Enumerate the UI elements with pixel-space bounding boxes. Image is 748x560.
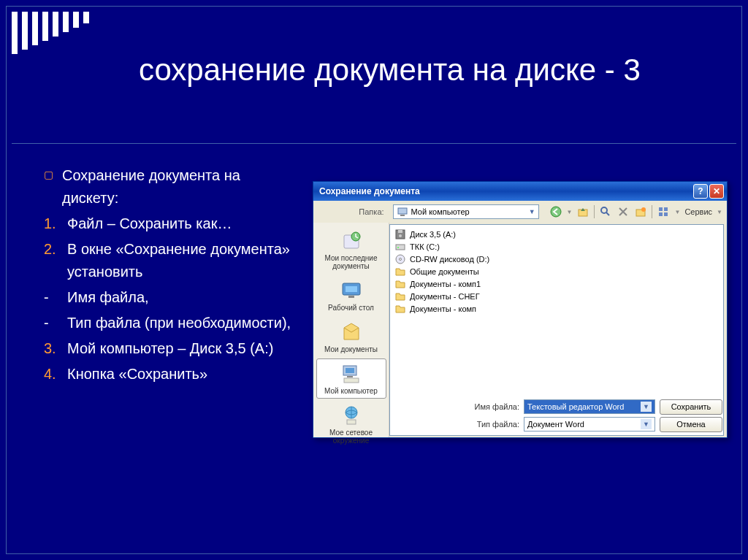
list-item[interactable]: CD-RW дисковод (D:)	[393, 253, 720, 265]
folder-icon	[394, 291, 406, 302]
computer-icon	[397, 206, 408, 218]
svg-rect-20	[344, 378, 359, 383]
step-num: 2.	[44, 238, 58, 283]
step-text: Мой компьютер – Диск 3,5 (A:)	[67, 337, 273, 360]
svg-point-7	[641, 207, 646, 212]
file-label: Документы - комп	[410, 304, 476, 313]
bullet-icon: ▢	[44, 167, 53, 210]
svg-rect-10	[659, 212, 663, 216]
network-icon	[340, 404, 363, 427]
list-item[interactable]: Документы - комп	[393, 302, 720, 315]
slide-content: ▢ Сохранение документа на дискету: 1.Фай…	[44, 164, 299, 388]
tools-menu[interactable]: Сервис	[684, 207, 712, 216]
floppy-icon	[394, 229, 406, 240]
help-button[interactable]: ?	[693, 184, 708, 199]
file-label: Диск 3,5 (A:)	[410, 230, 456, 239]
svg-rect-15	[346, 286, 357, 292]
dialog-title: Сохранение документа	[319, 186, 692, 196]
newfolder-button[interactable]	[634, 205, 647, 218]
views-dropdown-icon[interactable]: ▼	[674, 209, 680, 215]
svg-point-25	[399, 234, 402, 237]
separator	[652, 205, 652, 218]
step-num: 4.	[44, 363, 58, 386]
chevron-down-icon[interactable]: ▼	[641, 402, 652, 412]
list-item[interactable]: Документы - СНЕГ	[393, 290, 720, 302]
step-text: Файл – Сохранить как…	[67, 212, 232, 235]
close-button[interactable]: ✕	[709, 184, 724, 199]
step-dash: -	[44, 312, 58, 334]
svg-rect-9	[664, 207, 668, 211]
svg-point-27	[397, 247, 399, 248]
search-button[interactable]	[599, 205, 612, 218]
filetype-combo[interactable]: Документ Word ▼	[524, 417, 655, 431]
chevron-down-icon: ▼	[529, 208, 535, 215]
step-text: В окне «Сохранение документа» установить	[67, 238, 299, 283]
svg-rect-24	[398, 230, 402, 233]
back-dropdown-icon[interactable]: ▼	[567, 209, 573, 215]
save-dialog: Сохранение документа ? ✕ Папка: Мой комп…	[313, 181, 728, 438]
desktop-icon	[340, 279, 363, 302]
svg-rect-18	[346, 368, 354, 373]
svg-rect-22	[347, 420, 356, 424]
step-dash: -	[44, 286, 58, 309]
toolbar: Папка: Мой компьютер ▼ ▼ ▼ Сервис ▼	[313, 201, 727, 223]
file-label: Документы - СНЕГ	[410, 292, 480, 301]
views-button[interactable]	[657, 205, 670, 218]
file-label: ТКК (C:)	[410, 242, 440, 251]
delete-button[interactable]	[617, 205, 630, 218]
save-button[interactable]: Сохранить	[660, 399, 722, 415]
divider	[12, 143, 736, 144]
folder-icon	[394, 303, 406, 315]
folder-value: Мой компьютер	[411, 207, 470, 216]
step-text: Имя файла,	[67, 286, 149, 309]
step-num: 1.	[44, 212, 58, 235]
list-item[interactable]: Документы - комп1	[393, 277, 720, 290]
filename-input[interactable]: Текстовый редактор Word ▼	[524, 399, 655, 414]
list-item[interactable]: ТКК (C:)	[393, 240, 720, 253]
list-item[interactable]: Общие документы	[393, 265, 720, 277]
folder-combo[interactable]: Мой компьютер ▼	[393, 204, 539, 219]
svg-rect-19	[347, 376, 353, 377]
list-item[interactable]: Диск 3,5 (A:)	[393, 228, 720, 240]
svg-rect-11	[664, 212, 668, 216]
svg-rect-26	[396, 245, 405, 250]
sidebar-item-network[interactable]: Мое сетевое окружение	[316, 400, 386, 448]
sidebar-label: Рабочий стол	[318, 304, 384, 312]
computer-icon	[340, 362, 363, 386]
mydocs-icon	[340, 321, 363, 344]
sidebar-item-mycomputer[interactable]: Мой компьютер	[316, 358, 386, 399]
hdd-icon	[394, 241, 406, 253]
sidebar-label: Мои документы	[318, 345, 384, 353]
filetype-label: Тип файла:	[468, 420, 519, 429]
tools-dropdown-icon[interactable]: ▼	[717, 209, 722, 215]
titlebar[interactable]: Сохранение документа ? ✕	[313, 182, 727, 201]
places-sidebar: Мои последние документы Рабочий стол Мои…	[313, 223, 389, 437]
up-button[interactable]	[576, 205, 589, 218]
step-num: 3.	[44, 337, 58, 360]
svg-rect-0	[398, 208, 407, 214]
sidebar-item-desktop[interactable]: Рабочий стол	[316, 275, 386, 315]
decor-bars	[12, 12, 89, 54]
filename-value: Текстовый редактор Word	[527, 402, 624, 411]
svg-rect-1	[400, 215, 405, 216]
svg-point-2	[551, 207, 561, 217]
filename-label: Имя файла:	[468, 402, 519, 411]
step-text: Тип файла (при необходимости),	[67, 312, 291, 334]
folder-label: Папка:	[318, 207, 389, 216]
svg-rect-8	[659, 207, 663, 211]
svg-rect-16	[348, 296, 354, 298]
sidebar-item-recent[interactable]: Мои последние документы	[316, 226, 386, 274]
step-text: Кнопка «Сохранить»	[67, 363, 207, 386]
back-button[interactable]	[549, 205, 562, 218]
chevron-down-icon[interactable]: ▼	[641, 419, 652, 429]
file-label: CD-RW дисковод (D:)	[410, 255, 489, 264]
filetype-value: Документ Word	[527, 420, 584, 429]
sidebar-label: Мой компьютер	[318, 387, 384, 395]
cancel-button[interactable]: Отмена	[660, 417, 722, 432]
recent-icon	[340, 229, 363, 253]
file-label: Общие документы	[410, 267, 479, 276]
svg-point-4	[601, 207, 607, 213]
sidebar-item-mydocs[interactable]: Мои документы	[316, 317, 386, 357]
folder-icon	[394, 266, 406, 277]
folder-icon	[394, 278, 406, 290]
